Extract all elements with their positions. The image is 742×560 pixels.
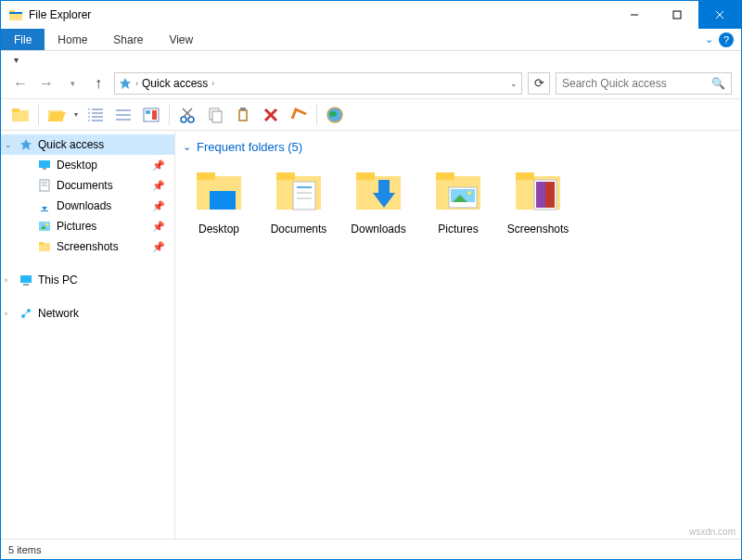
svg-rect-62 <box>276 172 295 180</box>
svg-rect-78 <box>516 172 534 180</box>
window-title: File Explorer <box>29 8 91 21</box>
help-icon[interactable]: ? <box>719 32 734 47</box>
svg-rect-68 <box>356 172 375 180</box>
folder-downloads[interactable]: Downloads <box>339 161 418 254</box>
list-view-icon[interactable] <box>113 105 134 125</box>
picture-icon <box>38 220 51 233</box>
group-label: Frequent folders (5) <box>197 140 302 154</box>
content-area: ⌄ Quick access Desktop 📌 Documents 📌 Dow… <box>1 131 741 539</box>
svg-point-38 <box>329 111 337 117</box>
globe-icon[interactable] <box>325 105 345 125</box>
title-bar: File Explorer <box>1 1 741 29</box>
preview-pane-icon[interactable] <box>141 105 161 125</box>
breadcrumb-location[interactable]: Quick access <box>142 77 208 90</box>
status-text: 5 items <box>8 544 41 555</box>
up-button[interactable]: ↑ <box>88 73 109 94</box>
star-icon <box>19 138 32 151</box>
svg-rect-42 <box>43 168 46 170</box>
svg-rect-69 <box>378 180 390 193</box>
sidebar-label: This PC <box>38 274 78 286</box>
new-folder-icon[interactable] <box>10 105 31 125</box>
expand-icon[interactable]: › <box>5 275 7 285</box>
sidebar-item-this-pc[interactable]: › This PC <box>1 270 174 290</box>
delete-icon[interactable] <box>261 105 281 125</box>
folder-icon <box>38 240 51 253</box>
folder-pictures[interactable]: Pictures <box>418 161 498 254</box>
navigation-pane: ⌄ Quick access Desktop 📌 Documents 📌 Dow… <box>1 131 175 539</box>
svg-rect-24 <box>152 110 157 120</box>
svg-rect-63 <box>293 182 315 210</box>
svg-marker-7 <box>120 78 131 89</box>
share-tab[interactable]: Share <box>100 29 156 50</box>
address-dropdown-icon[interactable]: ⌄ <box>510 79 518 88</box>
sidebar-item-downloads[interactable]: Downloads 📌 <box>1 196 174 216</box>
status-bar: 5 items <box>1 539 741 559</box>
app-icon <box>8 7 23 22</box>
sidebar-item-network[interactable]: › Network <box>1 303 174 324</box>
download-icon <box>38 199 51 212</box>
sidebar-label: Screenshots <box>57 240 119 253</box>
expand-icon[interactable]: ⌄ <box>5 140 12 149</box>
pin-icon: 📌 <box>152 180 165 192</box>
quick-access-toolbar: ▾ <box>1 51 741 68</box>
svg-rect-60 <box>210 191 236 210</box>
close-button[interactable] <box>698 1 741 29</box>
folder-screenshots[interactable]: Screenshots <box>498 161 578 254</box>
sidebar-label: Quick access <box>38 138 104 151</box>
svg-point-76 <box>467 191 471 195</box>
network-icon <box>19 307 32 320</box>
svg-rect-59 <box>197 172 215 180</box>
svg-rect-81 <box>536 182 545 208</box>
forward-button[interactable]: → <box>36 73 57 94</box>
back-button[interactable]: ← <box>10 73 31 94</box>
open-icon[interactable] <box>46 105 67 125</box>
desktop-icon <box>38 159 51 172</box>
sidebar-label: Downloads <box>57 199 111 212</box>
sidebar-item-quick-access[interactable]: ⌄ Quick access <box>1 134 174 155</box>
recent-locations-icon[interactable]: ▾ <box>62 73 83 94</box>
minimize-button[interactable] <box>613 1 656 29</box>
refresh-button[interactable]: ⟳ <box>528 72 550 95</box>
chevron-right-icon[interactable]: › <box>211 79 214 88</box>
expand-ribbon-icon[interactable]: ⌄ <box>705 33 713 45</box>
maximize-button[interactable] <box>656 1 698 29</box>
svg-rect-54 <box>23 284 29 286</box>
svg-rect-31 <box>212 111 222 122</box>
svg-marker-11 <box>48 112 66 121</box>
command-toolbar: ▾ <box>1 99 741 131</box>
folder-label: Pictures <box>438 223 478 235</box>
group-header[interactable]: ⌄ Frequent folders (5) <box>179 138 737 161</box>
cut-icon[interactable] <box>177 105 198 125</box>
svg-rect-41 <box>39 160 50 168</box>
open-dropdown-icon[interactable]: ▾ <box>74 110 78 119</box>
sidebar-item-documents[interactable]: Documents 📌 <box>1 175 174 196</box>
address-bar[interactable]: › Quick access › ⌄ <box>114 72 522 95</box>
copy-icon[interactable] <box>205 105 225 125</box>
folder-documents[interactable]: Documents <box>259 161 339 254</box>
svg-line-57 <box>24 312 28 315</box>
chevron-down-icon: ⌄ <box>183 141 191 153</box>
folder-label: Documents <box>271 223 327 235</box>
paste-icon[interactable] <box>233 105 253 125</box>
svg-rect-53 <box>20 275 32 283</box>
rename-icon[interactable] <box>288 105 309 125</box>
ribbon-tabs: File Home Share View ⌄ ? <box>1 29 741 51</box>
svg-rect-33 <box>240 111 246 120</box>
file-tab[interactable]: File <box>1 29 45 50</box>
search-box[interactable]: 🔍 <box>556 72 732 95</box>
folder-desktop[interactable]: Desktop <box>179 161 259 254</box>
svg-rect-34 <box>240 108 246 110</box>
folder-label: Screenshots <box>507 223 569 235</box>
view-tab[interactable]: View <box>156 29 206 50</box>
folder-grid: Desktop Documents Downloads Pictures Scr… <box>179 161 737 254</box>
home-tab[interactable]: Home <box>45 29 100 50</box>
sidebar-item-pictures[interactable]: Pictures 📌 <box>1 216 174 236</box>
qat-dropdown-icon[interactable]: ▾ <box>14 55 19 65</box>
expand-icon[interactable]: › <box>5 309 7 318</box>
sidebar-item-desktop[interactable]: Desktop 📌 <box>1 155 174 175</box>
details-view-icon[interactable] <box>85 105 106 125</box>
search-input[interactable] <box>562 77 725 90</box>
svg-point-50 <box>46 223 49 226</box>
pin-icon: 📌 <box>152 221 165 233</box>
sidebar-item-screenshots[interactable]: Screenshots 📌 <box>1 236 174 257</box>
